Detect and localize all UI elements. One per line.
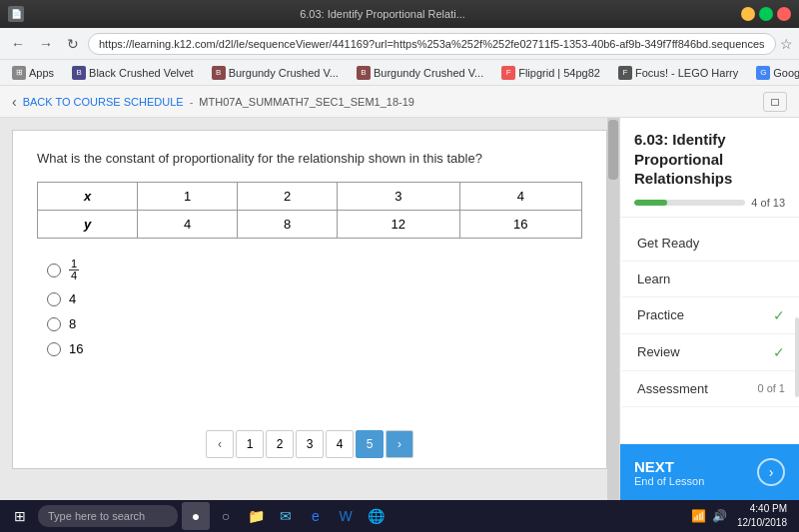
lesson-panel: What is the constant of proportionality … [0, 118, 619, 500]
review-label: Review [637, 344, 680, 359]
pagination-bar: ‹ 1 2 3 4 5 › [206, 430, 413, 458]
next-sublabel: End of Lesson [634, 475, 704, 487]
answer-option-1[interactable]: 1 4 [47, 259, 582, 281]
minimize-button[interactable] [741, 7, 755, 21]
radio-2[interactable] [47, 292, 61, 306]
page-button-4[interactable]: 4 [326, 430, 354, 458]
table-cell-x1: 1 [138, 183, 238, 211]
taskbar-app-files[interactable]: 📁 [242, 502, 270, 530]
table-cell-x4: 4 [459, 183, 582, 211]
clock-date: 12/10/2018 [737, 517, 787, 528]
scroll-thumb[interactable] [608, 120, 618, 180]
question-text: What is the constant of proportionality … [37, 151, 582, 166]
sidebar-nav: Get Ready Learn Practice ✓ Review ✓ Asse… [620, 218, 799, 445]
bookmark-star-button[interactable]: ☆ [780, 36, 793, 52]
browser-toolbar: ← → ↻ ☆ [0, 28, 799, 60]
bookmark-apps[interactable]: ⊞ Apps [6, 64, 60, 82]
refresh-button[interactable]: ↻ [62, 33, 84, 55]
volume-icon: 🔊 [712, 509, 727, 523]
breadcrumb: ‹ BACK TO COURSE SCHEDULE - MTH07A_SUMMA… [0, 86, 799, 118]
bk3-icon: B [357, 66, 371, 80]
bookmark-flipgrid[interactable]: F Flipgrid | 54pg82 [495, 64, 606, 82]
page-button-3[interactable]: 3 [296, 430, 324, 458]
breadcrumb-separator: - [190, 96, 194, 108]
bookmark-black-crushed[interactable]: B Black Crushed Velvet [66, 64, 200, 82]
browser-title: 6.03: Identify Proportional Relati... [30, 8, 735, 20]
answer-label-4: 16 [69, 341, 83, 356]
table-header-x: x [38, 183, 138, 211]
taskbar-app-chrome[interactable]: ● [182, 502, 210, 530]
radio-3[interactable] [47, 317, 61, 331]
forward-button[interactable]: → [34, 33, 58, 55]
sidebar-item-practice[interactable]: Practice ✓ [620, 297, 799, 334]
next-page-button[interactable]: › [386, 430, 413, 458]
address-bar[interactable] [88, 33, 776, 55]
progress-row: 4 of 13 [634, 197, 785, 209]
breadcrumb-back-label[interactable]: BACK TO COURSE SCHEDULE [23, 96, 184, 108]
sidebar-item-review[interactable]: Review ✓ [620, 334, 799, 371]
page-button-5[interactable]: 5 [356, 430, 384, 458]
bookmarks-bar: ⊞ Apps B Black Crushed Velvet B Burgundy… [0, 60, 799, 86]
next-button[interactable]: NEXT End of Lesson › [620, 444, 799, 500]
scroll-handle[interactable] [607, 118, 619, 500]
sidebar-item-get-ready[interactable]: Get Ready [620, 226, 799, 262]
sidebar-scrollbar[interactable] [795, 317, 799, 397]
next-label: NEXT [634, 458, 704, 475]
bk6-icon: G [756, 66, 770, 80]
progress-label: 4 of 13 [751, 197, 785, 209]
radio-4[interactable] [47, 342, 61, 356]
radio-1[interactable] [47, 264, 61, 277]
network-icon: 📶 [691, 509, 706, 523]
bk2-icon: B [212, 66, 226, 80]
sidebar-header: 6.03: Identify Proportional Relationship… [620, 118, 799, 218]
assessment-count: 0 of 1 [757, 382, 785, 394]
bookmark-google[interactable]: G Google [750, 64, 799, 82]
answer-label-1: 1 4 [69, 259, 79, 281]
answer-option-4[interactable]: 16 [47, 341, 582, 356]
practice-check-icon: ✓ [773, 307, 785, 323]
apps-icon: ⊞ [12, 66, 26, 80]
back-button[interactable]: ← [6, 33, 30, 55]
next-btn-text: NEXT End of Lesson [634, 458, 704, 487]
close-button[interactable] [777, 7, 791, 21]
sidebar-item-learn[interactable]: Learn [620, 262, 799, 297]
fraction-1-4: 1 4 [69, 259, 79, 281]
table-cell-x3: 3 [338, 183, 459, 211]
table-cell-y2: 8 [238, 211, 338, 239]
breadcrumb-path: MTH07A_SUMMATH7_SEC1_SEM1_18-19 [199, 96, 414, 108]
page-button-1[interactable]: 1 [236, 430, 264, 458]
answer-choices: 1 4 4 8 16 [47, 259, 582, 356]
taskbar-app-edge[interactable]: e [302, 502, 330, 530]
progress-fill [634, 200, 667, 206]
taskbar-search-input[interactable] [38, 505, 178, 527]
expand-button[interactable]: □ [763, 92, 787, 112]
assessment-label: Assessment [637, 381, 708, 396]
learn-label: Learn [637, 271, 670, 286]
bookmark-focus[interactable]: F Focus! - LEGO Harry [612, 64, 744, 82]
taskbar-app-mail[interactable]: ✉ [272, 502, 300, 530]
bookmark-burgundy1[interactable]: B Burgundy Crushed V... [206, 64, 345, 82]
prev-page-button[interactable]: ‹ [206, 430, 234, 458]
maximize-button[interactable] [759, 7, 773, 21]
clock-time: 4:40 PM [750, 503, 787, 514]
windows-icon: ⊞ [14, 508, 26, 524]
sidebar-item-assessment[interactable]: Assessment 0 of 1 [620, 371, 799, 407]
back-arrow-icon[interactable]: ‹ [12, 94, 17, 110]
bk4-icon: F [501, 66, 515, 80]
start-button[interactable]: ⊞ [6, 504, 34, 528]
taskbar-app-cortana[interactable]: ○ [212, 502, 240, 530]
taskbar-app-word[interactable]: W [332, 502, 360, 530]
next-arrow-icon: › [757, 458, 785, 486]
table-cell-y4: 16 [459, 211, 582, 239]
answer-option-3[interactable]: 8 [47, 316, 582, 331]
browser-titlebar: 📄 6.03: Identify Proportional Relati... [0, 0, 799, 28]
main-wrapper: What is the constant of proportionality … [0, 118, 799, 500]
clock-area: 4:40 PM 12/10/2018 [731, 502, 793, 530]
taskbar: ⊞ ● ○ 📁 ✉ e W 🌐 📶 🔊 4:40 PM 12/10/2018 [0, 500, 799, 532]
review-check-icon: ✓ [773, 344, 785, 360]
page-button-2[interactable]: 2 [266, 430, 294, 458]
practice-label: Practice [637, 307, 684, 322]
taskbar-app-browser2[interactable]: 🌐 [362, 502, 390, 530]
answer-option-2[interactable]: 4 [47, 291, 582, 306]
bookmark-burgundy2[interactable]: B Burgundy Crushed V... [351, 64, 489, 82]
